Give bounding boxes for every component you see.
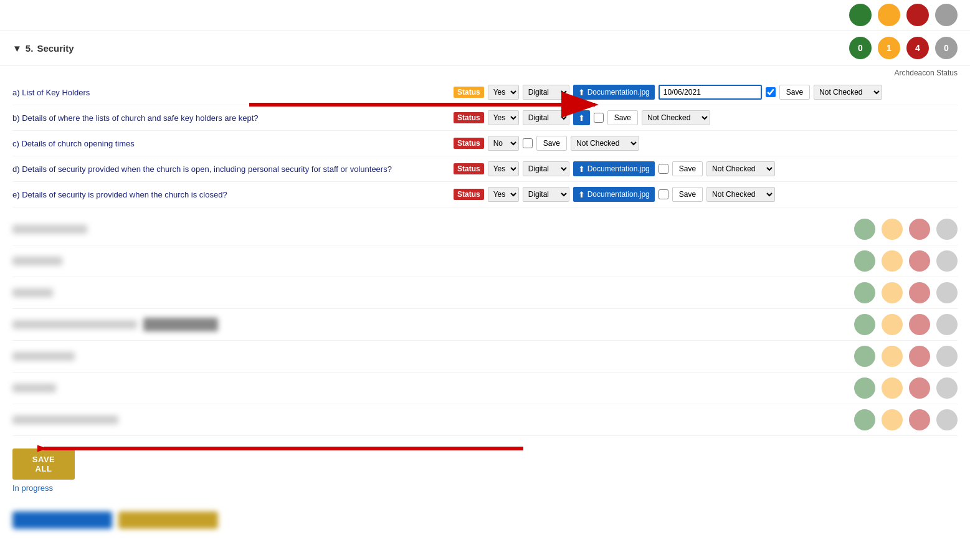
blurred-row-5: XXXXXXXXXXXXXXXXXX [12, 373, 958, 404]
storage-select-e[interactable]: DigitalPhysicalBoth [523, 187, 569, 202]
section-title: ▼ 5. Security [12, 43, 74, 54]
questions-area: a) List of Key HoldersStatusYesNoDigital… [0, 80, 970, 207]
blurred-circles-6 [854, 409, 958, 430]
checkbox-d[interactable] [659, 164, 668, 174]
date-input-a[interactable] [659, 85, 762, 100]
bottom-bars [0, 505, 970, 535]
status-select-a[interactable]: YesNo [488, 85, 519, 100]
badge-gray: 0 [935, 37, 958, 59]
checkbox-b[interactable] [594, 113, 604, 123]
top-circle-green [849, 4, 872, 26]
blurred-circle-3-2 [909, 314, 930, 335]
blurred-circle-6-2 [909, 409, 930, 430]
blurred-circles-5 [854, 377, 958, 399]
save-all-area: SAVE ALL In progress [0, 436, 970, 505]
status-select-b[interactable]: YesNo [488, 110, 519, 125]
storage-select-a[interactable]: DigitalPhysicalBoth [523, 85, 569, 100]
save-all-button[interactable]: SAVE ALL [12, 448, 75, 480]
storage-select-b[interactable]: DigitalPhysicalBoth [523, 110, 569, 125]
question-text-a: a) List of Key Holders [12, 88, 449, 97]
blurred-row-0: XXXXXXXXXXXXXXXXXX [12, 214, 958, 245]
question-controls-d: StatusYesNoDigitalPhysicalBoth⬆Documenta… [454, 161, 958, 176]
blurred-circle-2-2 [909, 282, 930, 303]
top-circle-gray [935, 4, 958, 26]
status-label-d: Status [454, 163, 484, 174]
blurred-circle-2-0 [854, 282, 875, 303]
section-badges: 0 1 4 0 [849, 37, 958, 59]
blurred-circle-0-3 [936, 219, 958, 240]
section-number: 5. [26, 43, 34, 54]
blurred-text-3: XXXXXXXXXXXXXXXXXX [12, 320, 137, 329]
save-btn-d[interactable]: Save [672, 161, 703, 176]
top-circle-red [906, 4, 929, 26]
archdeacon-select-b[interactable]: Not CheckedCheckedApprovedRejected [642, 110, 710, 125]
archdeacon-select-d[interactable]: Not CheckedCheckedApprovedRejected [706, 161, 775, 176]
blurred-circles-4 [854, 346, 958, 367]
blurred-circle-0-1 [882, 219, 903, 240]
blurred-circles-2 [854, 282, 958, 303]
save-btn-b[interactable]: Save [607, 110, 638, 125]
status-label-a: Status [454, 87, 484, 98]
badge-yellow: 1 [878, 37, 900, 59]
checkbox-e[interactable] [659, 189, 668, 199]
question-row-d: d) Details of security provided when the… [12, 156, 958, 182]
question-controls-c: StatusYesNoSaveNot CheckedCheckedApprove… [454, 136, 958, 151]
blurred-text-1: XXXXXXXXXXXXXXXXXX [12, 257, 62, 265]
checkbox-c[interactable] [523, 138, 533, 148]
badge-red: 4 [906, 37, 929, 59]
checkbox-a[interactable] [766, 87, 776, 97]
blurred-circle-1-2 [909, 250, 930, 272]
upload-btn-b[interactable]: ⬆ [573, 110, 590, 125]
blurred-circle-4-1 [882, 346, 903, 367]
upload-btn-e[interactable]: ⬆Documentation.jpg [573, 187, 655, 202]
question-controls-e: StatusYesNoDigitalPhysicalBoth⬆Documenta… [454, 187, 958, 202]
status-select-d[interactable]: YesNo [488, 161, 519, 176]
blurred-circle-3-3 [936, 314, 958, 335]
blurred-row-1: XXXXXXXXXXXXXXXXXX [12, 245, 958, 277]
bottom-bar-1 [118, 511, 218, 529]
section-arrow[interactable]: ▼ [12, 43, 22, 54]
blurred-circle-6-0 [854, 409, 875, 430]
blurred-circle-2-1 [882, 282, 903, 303]
archdeacon-select-e[interactable]: Not CheckedCheckedApprovedRejected [706, 187, 775, 202]
blurred-circle-5-1 [882, 377, 903, 399]
blurred-circle-1-3 [936, 250, 958, 272]
status-select-e[interactable]: YesNo [488, 187, 519, 202]
archdeacon-select-a[interactable]: Not CheckedCheckedApprovedRejected [814, 85, 882, 100]
question-row-b: b) Details of where the lists of church … [12, 105, 958, 131]
question-text-c: c) Details of church opening times [12, 139, 449, 148]
blurred-circles-1 [854, 250, 958, 272]
blurred-text-4: XXXXXXXXXXXXXXXXXX [12, 352, 75, 361]
section-name: Security [37, 43, 74, 54]
section-header: ▼ 5. Security 0 1 4 0 [0, 31, 970, 66]
status-label-c: Status [454, 138, 484, 149]
question-row-e: e) Details of security is provided when … [12, 182, 958, 207]
question-text-e: e) Details of security is provided when … [12, 190, 449, 199]
blurred-circle-1-1 [882, 250, 903, 272]
blurred-circle-3-1 [882, 314, 903, 335]
upload-btn-a[interactable]: ⬆Documentation.jpg [573, 85, 655, 100]
blurred-circle-4-2 [909, 346, 930, 367]
blurred-row-4: XXXXXXXXXXXXXXXXXX [12, 341, 958, 373]
blurred-circle-4-0 [854, 346, 875, 367]
blurred-row-2: XXXXXXXXXXXXXXXXXX [12, 277, 958, 309]
blurred-text-5: XXXXXXXXXXXXXXXXXX [12, 384, 56, 392]
archdeacon-select-c[interactable]: Not CheckedCheckedApprovedRejected [571, 136, 639, 151]
blurred-btn-3 [143, 318, 218, 331]
question-controls-b: StatusYesNoDigitalPhysicalBoth⬆SaveNot C… [454, 110, 958, 125]
blurred-text-2: XXXXXXXXXXXXXXXXXX [12, 288, 53, 297]
question-text-b: b) Details of where the lists of church … [12, 113, 449, 123]
top-circle-yellow [878, 4, 900, 26]
blurred-circle-0-2 [909, 219, 930, 240]
storage-select-d[interactable]: DigitalPhysicalBoth [523, 161, 569, 176]
question-text-d: d) Details of security provided when the… [12, 164, 449, 174]
upload-btn-d[interactable]: ⬆Documentation.jpg [573, 161, 655, 176]
status-select-c[interactable]: YesNo [488, 136, 519, 151]
blurred-circle-5-2 [909, 377, 930, 399]
save-btn-a[interactable]: Save [779, 85, 810, 100]
save-btn-c[interactable]: Save [536, 136, 567, 151]
top-status-bar [0, 0, 970, 31]
blurred-circle-2-3 [936, 282, 958, 303]
in-progress-status: In progress [12, 483, 958, 493]
save-btn-e[interactable]: Save [672, 187, 703, 202]
